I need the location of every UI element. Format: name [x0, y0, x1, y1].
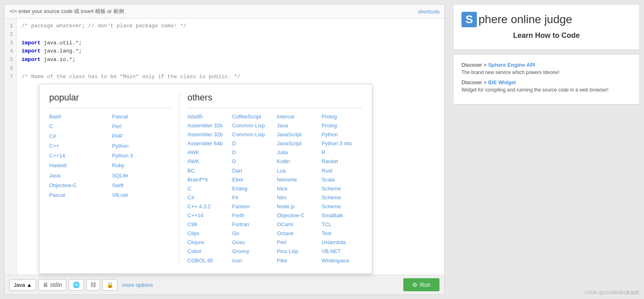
lang-scheme3[interactable]: Scheme	[322, 202, 362, 211]
language-selector[interactable]: Java ▲	[9, 279, 36, 290]
lang-lua[interactable]: Lua	[277, 166, 318, 175]
ide-widget-link[interactable]: IDE Widget	[488, 79, 516, 85]
lang-d1[interactable]: D	[232, 139, 273, 148]
lang-groovy[interactable]: Groovy	[232, 247, 273, 256]
lang-c[interactable]: C	[49, 122, 108, 131]
lang-nodejs[interactable]: Node.js	[277, 202, 318, 211]
lang-python[interactable]: Python	[112, 142, 171, 151]
lang-d3[interactable]: D	[232, 157, 273, 166]
lang-kotlin[interactable]: Kotlin	[277, 157, 318, 166]
lang-fsharp[interactable]: F#	[232, 193, 273, 202]
lang-intercal[interactable]: Intercal	[277, 112, 318, 121]
lang-csharp[interactable]: C#	[49, 132, 108, 141]
lang-picolisp[interactable]: Pico Lisp	[277, 247, 318, 256]
lang-fantom[interactable]: Fantom	[232, 202, 273, 211]
lang-pascal2[interactable]: Pascal	[112, 112, 171, 121]
lang-fortran[interactable]: Fortran	[232, 220, 273, 229]
lang-unlambda[interactable]: Unlambda	[322, 238, 362, 247]
lang-c99[interactable]: C99	[187, 220, 228, 229]
lang-coffeescript[interactable]: CoffeeScript	[232, 112, 273, 121]
lang-nemerle[interactable]: Nemerle	[277, 175, 318, 184]
sphere-engine-api-link[interactable]: Sphere Engine API	[488, 62, 535, 68]
lang-cpp[interactable]: C++	[49, 142, 108, 151]
lang-javascript2[interactable]: JavaScript	[277, 139, 318, 148]
lang-cobol[interactable]: Cobol	[187, 247, 228, 256]
lang-awk1[interactable]: AWK	[187, 148, 228, 157]
lang-asm32b-2[interactable]: Assembler 32b	[187, 130, 228, 139]
globe-button[interactable]: 🌐	[69, 279, 84, 290]
lang-octave[interactable]: Octave	[277, 229, 318, 238]
lang-go[interactable]: Go	[232, 229, 273, 238]
lang-elixir[interactable]: Elixir	[232, 175, 273, 184]
line-numbers: 1234567	[4, 19, 17, 275]
lock-button[interactable]: 🔒	[102, 279, 117, 290]
lang-swift[interactable]: Swift	[112, 181, 171, 190]
lang-awk2[interactable]: AWK	[187, 157, 228, 166]
lang-ruby[interactable]: Ruby	[112, 161, 171, 170]
lang-vbnet2[interactable]: VB.NET	[322, 247, 362, 256]
lang-cobol85[interactable]: COBOL 85	[187, 256, 228, 265]
lang-bash[interactable]: Bash	[49, 112, 108, 121]
discover1: Discover > Sphere Engine API	[461, 62, 631, 68]
lang-python2[interactable]: Python	[322, 130, 362, 139]
link-button[interactable]: ⛓	[86, 279, 100, 290]
lang-racket[interactable]: Racket	[322, 157, 362, 166]
lang-commonlisp2[interactable]: Common Lisp	[232, 130, 273, 139]
lang-cpp14-2[interactable]: C++14	[187, 211, 228, 220]
lang-scheme2[interactable]: Scheme	[322, 193, 362, 202]
run-button[interactable]: ⚙ Run	[403, 278, 439, 291]
lang-bc[interactable]: BC	[187, 166, 228, 175]
lang-asm32b-1[interactable]: Assembler 32b	[187, 121, 228, 130]
lang-prolog1[interactable]: Prolog	[322, 112, 362, 121]
lang-python3nbc[interactable]: Python 3 nbc	[322, 139, 362, 148]
lang-python3[interactable]: Python 3	[112, 151, 171, 160]
lang-cpp14[interactable]: C++14	[49, 151, 108, 160]
lang-java[interactable]: Java	[49, 171, 108, 180]
lang-pascal[interactable]: Pascal	[49, 191, 108, 200]
lang-whitespace[interactable]: Whitespace	[322, 256, 362, 265]
lang-scala[interactable]: Scala	[322, 175, 362, 184]
lang-text[interactable]: Text	[322, 229, 362, 238]
lang-smalltalk[interactable]: Smalltalk	[322, 211, 362, 220]
lang-objc[interactable]: Objective-C	[49, 181, 108, 190]
lang-dart[interactable]: Dart	[232, 166, 273, 175]
lang-clips[interactable]: Clips	[187, 229, 228, 238]
lang-asm64b[interactable]: Assembler 64b	[187, 139, 228, 148]
lang-objc2[interactable]: Objective-C	[277, 211, 318, 220]
lang-nice[interactable]: Nice	[277, 184, 318, 193]
lang-rust[interactable]: Rust	[322, 166, 362, 175]
sphere-logo-s: S	[461, 12, 477, 27]
lang-perl[interactable]: Perl	[112, 122, 171, 131]
lang-haskell[interactable]: Haskell	[49, 161, 108, 170]
lang-csharp2[interactable]: C#	[187, 193, 228, 202]
lang-d2[interactable]: D	[232, 148, 273, 157]
shortcuts-link[interactable]: shortcuts	[418, 9, 439, 15]
lang-forth[interactable]: Forth	[232, 211, 273, 220]
lang-clojure[interactable]: Clojure	[187, 238, 228, 247]
lang-brainfk[interactable]: Brainf**k	[187, 175, 228, 184]
lang-prolog2[interactable]: Prolog	[322, 121, 362, 130]
lang-nim[interactable]: Nim	[277, 193, 318, 202]
lang-ocaml[interactable]: OCaml	[277, 220, 318, 229]
lang-gosu[interactable]: Gosu	[232, 238, 273, 247]
lang-vbnet[interactable]: VB.net	[112, 191, 171, 200]
lang-commonlisp1[interactable]: Common Lisp	[232, 121, 273, 130]
lang-php[interactable]: PHP	[112, 132, 171, 141]
lang-icon[interactable]: Icon	[232, 256, 273, 265]
lang-java2[interactable]: Java	[277, 121, 318, 130]
lang-sqlite[interactable]: SQLite	[112, 171, 171, 180]
lang-cpp432[interactable]: C++ 4.3.2	[187, 202, 228, 211]
more-options-link[interactable]: more options	[122, 282, 153, 288]
lang-r[interactable]: R	[322, 148, 362, 157]
lang-ada95[interactable]: Ada95	[187, 112, 228, 121]
lang-scheme1[interactable]: Scheme	[322, 184, 362, 193]
stdin-button[interactable]: 🖥 stdin	[39, 279, 66, 290]
lang-erlang[interactable]: Erlang	[232, 184, 273, 193]
lang-tcl[interactable]: TCL	[322, 220, 362, 229]
lang-julia[interactable]: Julia	[277, 148, 318, 157]
lang-pike[interactable]: Pike	[277, 256, 318, 265]
lock-icon: 🔒	[107, 282, 113, 288]
lang-javascript1[interactable]: JavaScript	[277, 130, 318, 139]
lang-perl2[interactable]: Perl	[277, 238, 318, 247]
lang-c2[interactable]: C	[187, 184, 228, 193]
